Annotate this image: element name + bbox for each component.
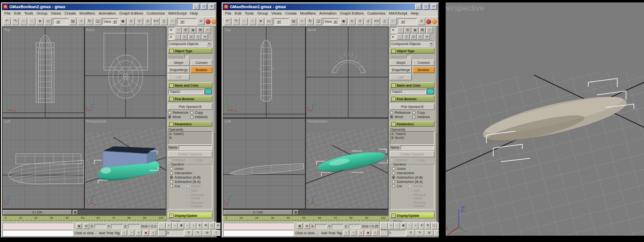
menu-graph-editors[interactable]: Graph Editors xyxy=(119,11,143,15)
restrict-plane-icon[interactable]: XY xyxy=(373,18,380,25)
move-radio[interactable]: Move xyxy=(168,115,190,119)
operand-name-field[interactable] xyxy=(178,145,212,150)
rollout-pick-boolean[interactable]: -Pick Boolean xyxy=(390,96,435,102)
split-radio[interactable]: Split xyxy=(408,188,433,193)
tab-utilities[interactable]: ⌂ xyxy=(426,27,433,33)
remove-inside-radio[interactable]: Remove Inside xyxy=(186,193,210,200)
tab-hierarchy[interactable]: ⊞ xyxy=(182,27,189,33)
viewport-back[interactable]: Back xyxy=(85,27,166,118)
tab-create[interactable]: ➤ xyxy=(390,27,397,33)
cat-helpers[interactable]: ◇ xyxy=(417,34,423,40)
selection-filter-dropdown[interactable]: ▼ xyxy=(274,18,289,25)
rotate-icon[interactable]: ↻ xyxy=(306,18,314,25)
maxscript-mini-listener[interactable] xyxy=(223,222,294,237)
tab-motion[interactable]: ◉ xyxy=(190,27,196,33)
reference-coordinate-dropdown[interactable]: View▼ xyxy=(102,18,118,25)
redo-icon[interactable]: ↷ xyxy=(232,18,240,25)
viewport-perspective[interactable]: Perspective xyxy=(306,119,388,209)
set-key-icon[interactable]: ◆ xyxy=(143,230,149,236)
restrict-x-icon[interactable]: X xyxy=(128,18,135,25)
zoom-icon[interactable]: ⊕ xyxy=(197,223,203,229)
animate-button[interactable]: Anim xyxy=(380,223,388,236)
select-link-icon[interactable]: ∴ xyxy=(20,18,27,25)
panel-scrollbar[interactable] xyxy=(214,27,216,222)
rollout-name-color[interactable]: -Name and Color xyxy=(168,82,212,88)
morph-button[interactable]: Morph xyxy=(390,60,412,66)
prev-frame-icon[interactable]: ‹ xyxy=(172,223,178,229)
track-bar[interactable]: 0102030405060708090100 xyxy=(2,215,166,222)
scale-icon[interactable]: ◲ xyxy=(94,18,101,25)
menu-customize[interactable]: Customize xyxy=(146,11,165,15)
z-coordinate-field[interactable] xyxy=(128,224,140,228)
close-button[interactable]: × xyxy=(209,4,215,10)
maximize-button[interactable]: □ xyxy=(423,4,429,10)
move-radio[interactable]: Move xyxy=(390,115,412,119)
big-perspective-viewport[interactable]: Perspective Z x xyxy=(446,2,644,236)
object-color-swatch[interactable] xyxy=(427,89,434,94)
y-coordinate-field[interactable] xyxy=(111,224,123,228)
menu-create[interactable]: Create xyxy=(64,11,76,15)
viewport-top[interactable]: Top xyxy=(2,27,84,118)
close-button[interactable]: × xyxy=(431,4,437,10)
cat-spacewarps[interactable]: ≍ xyxy=(202,34,208,40)
extract-copy-radio[interactable]: Copy xyxy=(412,158,435,162)
snap-toggle-icon[interactable]: ∷ xyxy=(389,18,397,25)
union-radio[interactable]: Union xyxy=(392,166,433,171)
animate-button[interactable]: Anim xyxy=(158,223,166,236)
y-coordinate-field[interactable] xyxy=(332,224,343,228)
subtraction-ab-radio[interactable]: Subtraction (A-B) xyxy=(170,175,210,180)
menu-tools[interactable]: Tools xyxy=(24,11,33,15)
pick-operand-b-button[interactable]: Pick Operand B xyxy=(168,104,212,110)
cat-lights[interactable]: ▽ xyxy=(181,34,188,40)
track-view-icon[interactable]: ≡ xyxy=(418,18,425,25)
operands-list[interactable]: A: Tube01 B: xyxy=(168,131,212,145)
time-slider[interactable]: 0 / 100 ▶ xyxy=(223,209,388,215)
reference-coordinate-dropdown[interactable]: View▼ xyxy=(323,18,339,25)
unlink-icon[interactable]: ∵ xyxy=(28,18,35,25)
menu-graph-editors[interactable]: Graph Editors xyxy=(340,11,364,15)
redo-icon[interactable]: ↷ xyxy=(12,18,19,25)
next-frame-icon[interactable]: › xyxy=(407,223,413,229)
selection-region-icon[interactable]: ▭ xyxy=(45,18,52,25)
keyboard-shortcut-icon[interactable]: ◔ xyxy=(129,230,134,236)
listener-macro-pane[interactable] xyxy=(2,223,73,229)
morph-button[interactable]: Morph xyxy=(168,60,190,66)
copy-radio[interactable]: Copy xyxy=(190,110,212,115)
shapemerge-button[interactable]: ShapeMerge xyxy=(168,67,190,73)
extract-operand-button[interactable]: Extract Operand xyxy=(390,151,435,157)
rollout-display-update[interactable]: -Display/Update xyxy=(390,212,435,218)
extract-instance-radio[interactable]: Instance xyxy=(390,158,412,162)
volume-icon[interactable]: ♪ xyxy=(343,230,349,236)
quick-render-icon[interactable] xyxy=(211,19,216,24)
add-time-tag[interactable]: Add Time Tag xyxy=(321,231,342,235)
mirror-icon[interactable]: ▯ xyxy=(161,18,168,25)
menu-file[interactable]: File xyxy=(4,11,11,15)
time-slider-next-button[interactable]: ▶ xyxy=(73,210,78,215)
autogrid-checkbox[interactable] xyxy=(184,55,188,59)
operands-list[interactable]: A: Tube01 B: Box01 xyxy=(390,131,435,145)
menu-views[interactable]: Views xyxy=(51,11,61,15)
object-category-dropdown[interactable]: Compound Objects▼ xyxy=(168,41,212,47)
rollout-object-type[interactable]: -Object Type xyxy=(390,48,435,54)
minimize-button[interactable]: _ xyxy=(415,4,421,10)
object-color-swatch[interactable] xyxy=(205,89,212,94)
arc-rotate-icon[interactable]: ↻ xyxy=(193,230,202,237)
intersection-radio[interactable]: Intersection xyxy=(392,171,433,175)
subtraction-ab-radio[interactable]: Subtraction (A-B) xyxy=(392,175,433,180)
split-radio[interactable]: Split xyxy=(186,188,210,193)
quick-render-icon[interactable] xyxy=(432,19,437,24)
tab-modify[interactable]: ~ xyxy=(175,27,182,33)
operand-b[interactable]: B: xyxy=(169,136,211,140)
x-coordinate-field[interactable] xyxy=(95,224,106,228)
selection-lock-icon[interactable]: ▣ xyxy=(297,223,303,229)
menu-group[interactable]: Group xyxy=(257,11,268,15)
add-time-tag[interactable]: Add Time Tag xyxy=(99,231,120,235)
crossing-icon[interactable]: ◑ xyxy=(358,230,364,236)
connect-button[interactable]: Connect xyxy=(191,60,212,66)
remove-outside-radio[interactable]: Remove Outside xyxy=(408,200,433,208)
rollout-parameters[interactable]: -Parameters xyxy=(390,121,435,127)
menu-file[interactable]: File xyxy=(225,11,231,15)
subtraction-ba-radio[interactable]: Subtraction (B-A) xyxy=(170,180,210,184)
restrict-z-icon[interactable]: Z xyxy=(365,18,372,25)
intersection-radio[interactable]: Intersection xyxy=(170,171,210,175)
